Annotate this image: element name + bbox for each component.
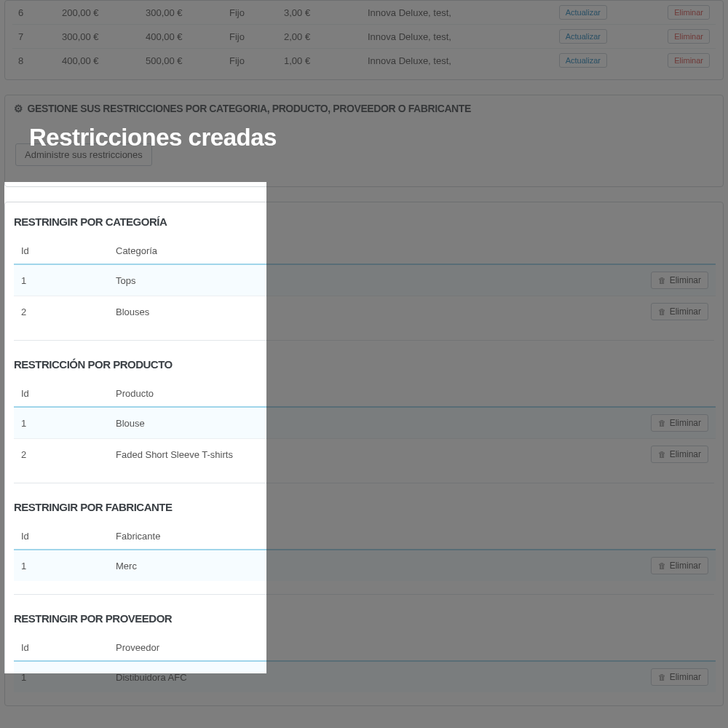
manage-panel-heading: GESTIONE SUS RESTRICCIONES POR CATEGORIA…	[5, 95, 723, 122]
section-title-manufacturer: RESTRINGIR POR FABRICANTE	[5, 488, 723, 521]
supplier-table: Id Proveedor 1Distibuidora AFCEliminar	[14, 635, 716, 692]
cell-id: 1	[14, 550, 108, 581]
product-name-header: Producto	[108, 381, 487, 407]
product-id-header: Id	[14, 381, 108, 407]
cell-name: Blouses	[108, 296, 487, 328]
table-row: 7300,00 €400,00 €Fijo2,00 €Innova Deluxe…	[12, 25, 716, 49]
cell-action: Eliminar	[487, 296, 716, 328]
trash-icon	[658, 306, 666, 317]
trash-icon	[658, 672, 666, 682]
section-title-supplier: RESTRINGIR POR PROVEEDOR	[5, 599, 723, 632]
product-table: Id Producto 1BlouseEliminar2Faded Short …	[14, 381, 716, 470]
cell-id: 2	[14, 296, 108, 328]
update-button[interactable]: Actualizar	[559, 5, 607, 20]
trash-icon	[658, 418, 666, 428]
manufacturer-name-header: Fabricante	[108, 523, 487, 550]
col-update: Actualizar	[518, 25, 613, 49]
delete-button[interactable]: Eliminar	[651, 303, 708, 320]
manufacturer-id-header: Id	[14, 523, 108, 550]
section-title-category: RESTRINGIR POR CATEGORÍA	[5, 202, 723, 235]
cell-name: Tops	[108, 264, 487, 296]
supplier-id-header: Id	[14, 635, 108, 661]
delete-button[interactable]: Eliminar	[668, 53, 710, 68]
supplier-name-header: Proveedor	[108, 635, 487, 661]
col-from: 300,00 €	[56, 25, 140, 49]
delete-button-label: Eliminar	[670, 418, 701, 428]
cell-name: Faded Short Sleeve T-shirts	[108, 439, 487, 470]
delete-button-label: Eliminar	[670, 275, 701, 285]
cell-name: Merc	[108, 550, 487, 581]
col-index: 6	[12, 1, 56, 25]
table-row: 8400,00 €500,00 €Fijo1,00 €Innova Deluxe…	[12, 49, 716, 73]
update-button[interactable]: Actualizar	[559, 53, 607, 68]
col-from: 200,00 €	[56, 1, 140, 25]
col-from: 400,00 €	[56, 49, 140, 73]
col-type: Fijo	[223, 49, 278, 73]
cell-action: Eliminar	[487, 550, 716, 581]
col-value: 1,00 €	[278, 49, 362, 73]
col-to: 400,00 €	[140, 25, 223, 49]
divider	[14, 340, 714, 341]
table-row: 1TopsEliminar	[14, 264, 716, 296]
manufacturer-table: Id Fabricante 1MercEliminar	[14, 523, 716, 581]
section-title-product: RESTRICCIÓN POR PRODUCTO	[5, 345, 723, 378]
gears-icon	[14, 103, 23, 114]
col-type: Fijo	[223, 25, 278, 49]
delete-button-label: Eliminar	[670, 672, 701, 682]
delete-button[interactable]: Eliminar	[651, 272, 708, 289]
table-row: 2Faded Short Sleeve T-shirtsEliminar	[14, 439, 716, 470]
col-to: 300,00 €	[140, 1, 223, 25]
delete-button[interactable]: Eliminar	[651, 446, 708, 463]
col-manufacturers: Innova Deluxe, test,	[362, 25, 518, 49]
col-update: Actualizar	[518, 1, 613, 25]
divider	[14, 594, 714, 595]
cell-action: Eliminar	[487, 264, 716, 296]
cell-name: Blouse	[108, 407, 487, 439]
update-button[interactable]: Actualizar	[559, 29, 607, 44]
category-name-header: Categoría	[108, 238, 487, 264]
col-manufacturers: Innova Deluxe, test,	[362, 49, 518, 73]
cell-action: Eliminar	[487, 661, 716, 692]
cell-id: 2	[14, 439, 108, 470]
col-delete: Eliminar	[613, 1, 716, 25]
delete-button[interactable]: Eliminar	[651, 557, 708, 574]
delete-button-label: Eliminar	[670, 449, 701, 459]
col-value: 2,00 €	[278, 25, 362, 49]
col-value: 3,00 €	[278, 1, 362, 25]
cell-action: Eliminar	[487, 439, 716, 470]
col-index: 7	[12, 25, 56, 49]
restrictions-list-panel: RESTRINGIR POR CATEGORÍA Id Categoría 1T…	[4, 202, 724, 706]
delete-button-label: Eliminar	[670, 561, 701, 571]
category-id-header: Id	[14, 238, 108, 264]
col-index: 8	[12, 49, 56, 73]
trash-icon	[658, 561, 666, 571]
trash-icon	[658, 449, 666, 459]
cell-id: 1	[14, 661, 108, 692]
cell-id: 1	[14, 264, 108, 296]
table-row: 1MercEliminar	[14, 550, 716, 581]
col-update: Actualizar	[518, 49, 613, 73]
table-row: 1Distibuidora AFCEliminar	[14, 661, 716, 692]
rules-panel: 6200,00 €300,00 €Fijo3,00 €Innova Deluxe…	[4, 0, 724, 80]
delete-button[interactable]: Eliminar	[668, 29, 710, 44]
delete-button[interactable]: Eliminar	[668, 5, 710, 20]
cell-id: 1	[14, 407, 108, 439]
divider	[14, 483, 714, 483]
col-to: 500,00 €	[140, 49, 223, 73]
overlay-title: Restricciones creadas	[29, 124, 277, 151]
delete-button[interactable]: Eliminar	[651, 414, 708, 432]
trash-icon	[658, 275, 666, 285]
cell-action: Eliminar	[487, 407, 716, 439]
col-type: Fijo	[223, 1, 278, 25]
table-row: 1BlouseEliminar	[14, 407, 716, 439]
manage-panel-heading-text: GESTIONE SUS RESTRICCIONES POR CATEGORIA…	[28, 103, 471, 114]
rules-table: 6200,00 €300,00 €Fijo3,00 €Innova Deluxe…	[12, 1, 716, 72]
category-table: Id Categoría 1TopsEliminar2BlousesElimin…	[14, 238, 716, 327]
col-delete: Eliminar	[613, 49, 716, 73]
delete-button-label: Eliminar	[670, 306, 701, 317]
cell-name: Distibuidora AFC	[108, 661, 487, 692]
delete-button[interactable]: Eliminar	[651, 668, 708, 686]
col-manufacturers: Innova Deluxe, test,	[362, 1, 518, 25]
table-row: 6200,00 €300,00 €Fijo3,00 €Innova Deluxe…	[12, 1, 716, 25]
col-delete: Eliminar	[613, 25, 716, 49]
